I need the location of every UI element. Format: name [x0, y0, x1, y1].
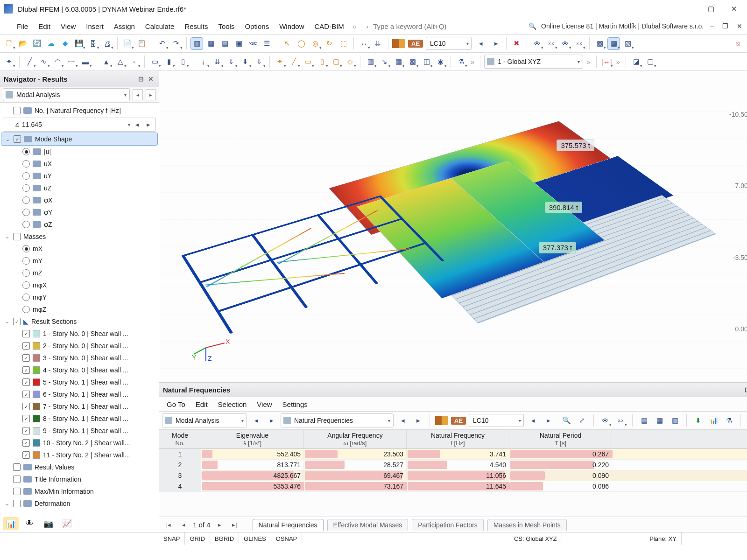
- loadcase-select[interactable]: LC10: [426, 37, 472, 50]
- lc-prev[interactable]: ◂: [474, 37, 487, 50]
- pager-prev[interactable]: ◂: [178, 519, 189, 530]
- panel-grid-toggle[interactable]: ▤: [218, 37, 231, 50]
- modeshape-item[interactable]: uY: [1, 170, 158, 182]
- navtab-results[interactable]: 📈: [59, 517, 75, 530]
- panel-nav-toggle[interactable]: ▥: [190, 37, 203, 50]
- results-iso-button[interactable]: ▩: [406, 56, 419, 68]
- tree-modeshape[interactable]: ⌄ Mode Shape: [1, 133, 158, 146]
- open-button[interactable]: 📂: [17, 37, 29, 50]
- lower-analysis-prev[interactable]: ◂: [250, 414, 262, 427]
- nf-row-next[interactable]: ▸: [144, 120, 153, 129]
- extras-item[interactable]: Max/Min Information: [1, 485, 158, 497]
- grid-view-button[interactable]: ▦: [607, 37, 620, 50]
- refresh-button[interactable]: 🔄: [31, 37, 43, 50]
- section-checkbox[interactable]: [22, 366, 30, 374]
- section-item[interactable]: 5 - Story No. 1 | Shear wall ...: [1, 376, 158, 388]
- radio-icon[interactable]: [22, 184, 30, 192]
- support-line-button[interactable]: △: [114, 56, 127, 68]
- menu-overflow-icon[interactable]: »: [350, 22, 359, 30]
- lower-table-next[interactable]: ▸: [412, 414, 424, 427]
- solid-button[interactable]: ▮: [162, 56, 175, 68]
- extras-item[interactable]: Result Values: [1, 461, 158, 473]
- save-button[interactable]: 💾: [73, 37, 85, 50]
- sb-glines[interactable]: GLINES: [239, 532, 271, 545]
- load-misc-button[interactable]: ⇩: [253, 56, 266, 68]
- support-node-button[interactable]: ▲: [100, 56, 113, 68]
- lower-table-select[interactable]: Natural Frequencies: [281, 413, 394, 427]
- navtab-display[interactable]: 👁: [21, 517, 37, 530]
- section-checkbox[interactable]: [22, 342, 30, 350]
- block-button[interactable]: ◆: [59, 37, 71, 50]
- navtab-data[interactable]: 📊: [3, 517, 19, 530]
- section-item[interactable]: 8 - Story No. 1 | Shear wall ...: [1, 413, 158, 425]
- toolbar-overflow2-icon[interactable]: »: [585, 58, 592, 66]
- select-arrow-button[interactable]: ↖: [281, 37, 294, 50]
- iso-view-button[interactable]: ▩: [593, 37, 606, 50]
- modeshape-item[interactable]: |u|: [1, 146, 158, 158]
- panel-table-toggle[interactable]: ▦: [204, 37, 217, 50]
- section-item[interactable]: 3 - Story No. 0 | Shear wall ...: [1, 352, 158, 364]
- results-mesh-button[interactable]: ▦: [392, 56, 405, 68]
- radio-icon[interactable]: [22, 294, 30, 301]
- table-row[interactable]: 2 813.771 28.527 4.540 0.220: [159, 460, 747, 470]
- view-xz-button[interactable]: ▢: [644, 56, 656, 68]
- menu-window[interactable]: Window: [275, 21, 309, 32]
- lower-zoom-button[interactable]: 🔍: [560, 414, 573, 427]
- table-row[interactable]: 4 5353.476 73.167 11.645 0.086: [159, 481, 747, 492]
- mass-item[interactable]: mφX: [1, 279, 158, 291]
- tree-result-sections[interactable]: ⌄ ◣ Result Sections: [1, 315, 158, 328]
- section-checkbox[interactable]: [22, 439, 30, 447]
- line-button[interactable]: ╱: [23, 56, 36, 68]
- window-close[interactable]: ✕: [723, 1, 745, 17]
- radio-icon[interactable]: [22, 209, 30, 216]
- panel-script-toggle[interactable]: ▣: [233, 37, 245, 50]
- redo-button[interactable]: ↷: [170, 37, 183, 50]
- tree-masses[interactable]: ⌄ Masses: [1, 231, 158, 243]
- mdi-restore[interactable]: ❐: [720, 22, 730, 30]
- table-header[interactable]: Angular Frequencyω [rad/s]: [304, 430, 407, 448]
- radio-icon[interactable]: [22, 269, 30, 277]
- hinge-button[interactable]: ◦: [128, 56, 141, 68]
- cloud-button[interactable]: ☁: [45, 37, 57, 50]
- tab-masses-mesh-points[interactable]: Masses in Mesh Points: [487, 519, 567, 531]
- select-add-button[interactable]: ⬚: [337, 37, 350, 50]
- extras-checkbox[interactable]: [13, 463, 21, 471]
- mdi-close[interactable]: ✕: [735, 22, 744, 30]
- section-checkbox[interactable]: [22, 415, 30, 422]
- radio-icon[interactable]: [22, 160, 30, 168]
- table-header[interactable]: Natural PeriodT [s]: [509, 430, 612, 448]
- view-toggle-1[interactable]: 👁: [531, 37, 543, 50]
- nf-header-checkbox[interactable]: [13, 107, 21, 114]
- results-clip-button[interactable]: ◫: [420, 56, 433, 68]
- lower-lc-select[interactable]: LC10: [469, 414, 524, 427]
- coord-system-select[interactable]: 1 - Global XYZ: [484, 55, 583, 69]
- modeshape-item[interactable]: φX: [1, 194, 158, 206]
- section-checkbox[interactable]: [22, 451, 30, 459]
- masses-checkbox[interactable]: [13, 233, 21, 240]
- results-arrow-button[interactable]: ↘: [378, 56, 391, 68]
- load-area-button[interactable]: ▭: [302, 56, 314, 68]
- section-button[interactable]: ◪: [630, 56, 642, 68]
- node-button[interactable]: ✦: [3, 56, 15, 68]
- section-item[interactable]: 10 - Story No. 2 | Shear wall...: [1, 437, 158, 449]
- lc-next[interactable]: ▸: [490, 37, 502, 50]
- paste-button[interactable]: 📋: [135, 37, 148, 50]
- section-item[interactable]: 4 - Story No. 0 | Shear wall ...: [1, 364, 158, 376]
- spline-button[interactable]: 〰: [65, 56, 78, 68]
- section-item[interactable]: 1 - Story No. 0 | Shear wall ...: [1, 328, 158, 340]
- menu-calculate[interactable]: Calculate: [141, 21, 179, 32]
- section-checkbox[interactable]: [22, 427, 30, 434]
- lower-eye-button[interactable]: 👁: [599, 414, 612, 427]
- load-misc2-button[interactable]: ◇: [344, 56, 356, 68]
- nav-analysis-prev[interactable]: ◂: [133, 89, 143, 100]
- table-row[interactable]: 3 4825.667 69.467 11.056 0.090: [159, 470, 747, 481]
- load-member-button[interactable]: ⇓: [225, 56, 238, 68]
- menu-tools[interactable]: Tools: [213, 21, 239, 32]
- load-line-button[interactable]: ⇊: [211, 56, 224, 68]
- table-header[interactable]: Natural Frequencyf [Hz]: [407, 430, 509, 448]
- extras-checkbox[interactable]: [13, 476, 21, 483]
- radio-icon[interactable]: [22, 148, 30, 155]
- lower-export-button[interactable]: ⬇: [692, 414, 705, 427]
- lower-lc-next[interactable]: ▸: [542, 414, 555, 427]
- radio-icon[interactable]: [22, 172, 30, 180]
